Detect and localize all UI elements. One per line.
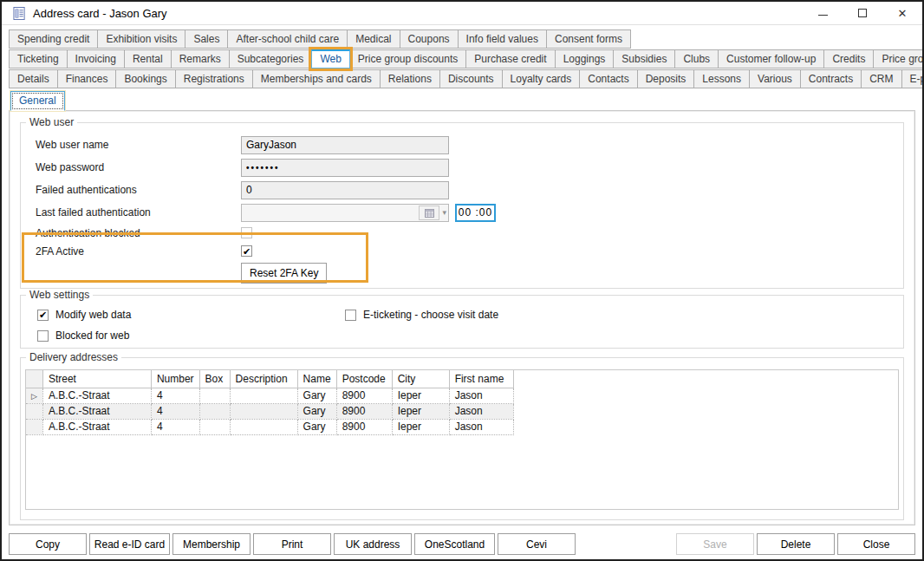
tab-general[interactable]: General	[10, 91, 65, 111]
tab-e-purse[interactable]: E-purse	[901, 69, 924, 88]
chevron-down-icon[interactable]: ▾	[442, 208, 446, 217]
tab-invoicing[interactable]: Invoicing	[67, 49, 125, 68]
tab-clubs[interactable]: Clubs	[674, 49, 719, 68]
tab-contacts[interactable]: Contacts	[579, 69, 637, 88]
web-user-name-input[interactable]	[241, 136, 449, 154]
calendar-icon[interactable]	[419, 205, 439, 220]
tab-deposits[interactable]: Deposits	[637, 69, 695, 88]
table-cell[interactable]: Jason	[449, 403, 513, 419]
row-selector-cell[interactable]	[26, 419, 42, 434]
row-selector-cell[interactable]: ▷	[26, 388, 42, 403]
last-failed-date-picker[interactable]: ▾	[241, 204, 449, 222]
tab-sales[interactable]: Sales	[185, 29, 228, 49]
table-cell[interactable]: Gary	[297, 403, 336, 419]
table-cell[interactable]: A.B.C.-Straat	[42, 403, 151, 419]
table-cell[interactable]: Jason	[449, 419, 513, 434]
table-cell[interactable]: 8900	[336, 403, 392, 419]
modify-web-data-checkbox[interactable]: ✔	[37, 310, 49, 321]
tab-lessons[interactable]: Lessons	[693, 69, 750, 88]
close-button[interactable]: Close	[837, 533, 915, 555]
table-row[interactable]: ▷A.B.C.-Straat4Gary8900IeperJason	[26, 388, 513, 403]
membership-button[interactable]: Membership	[172, 533, 251, 555]
maximize-icon[interactable]	[843, 2, 882, 24]
column-header-number[interactable]: Number	[151, 370, 199, 388]
table-cell[interactable]	[199, 419, 230, 434]
tab-exhibition-visits[interactable]: Exhibition visits	[97, 29, 185, 49]
table-cell[interactable]: 4	[151, 403, 199, 419]
column-header-description[interactable]: Description	[230, 370, 297, 388]
reset-2fa-key-button[interactable]: Reset 2FA Key	[241, 263, 327, 284]
tab-ticketing[interactable]: Ticketing	[9, 49, 68, 68]
tab-after-school-child-care[interactable]: After-school child care	[227, 29, 348, 49]
tab-various[interactable]: Various	[749, 69, 801, 88]
cevi-button[interactable]: Cevi	[498, 533, 576, 555]
table-cell[interactable]: Ieper	[392, 403, 449, 419]
tab-subsidies[interactable]: Subsidies	[613, 49, 675, 68]
table-cell[interactable]: A.B.C.-Straat	[42, 388, 151, 403]
tab-medical[interactable]: Medical	[347, 29, 400, 49]
blocked-for-web-checkbox[interactable]	[37, 330, 49, 342]
tab-registrations[interactable]: Registrations	[175, 69, 253, 88]
authentication-blocked-checkbox[interactable]	[241, 227, 252, 238]
table-cell[interactable]: Gary	[297, 388, 336, 403]
column-header-name[interactable]: Name	[297, 370, 336, 388]
table-cell[interactable]: Ieper	[392, 419, 449, 434]
last-failed-time-input[interactable]: 00 :00	[455, 204, 496, 222]
onescotland-button[interactable]: OneScotland	[414, 533, 495, 555]
e-ticketing-choose-visit-date-checkbox[interactable]	[345, 310, 356, 321]
tab-subcategories[interactable]: Subcategories	[229, 49, 313, 68]
table-cell[interactable]: A.B.C.-Straat	[42, 419, 151, 434]
tab-crm[interactable]: CRM	[861, 69, 901, 88]
table-cell[interactable]	[199, 403, 230, 419]
table-cell[interactable]	[199, 388, 230, 403]
table-cell[interactable]: Ieper	[392, 388, 449, 403]
tab-contracts[interactable]: Contracts	[800, 69, 862, 88]
table-cell[interactable]: 8900	[336, 388, 392, 403]
column-header-street[interactable]: Street	[42, 370, 151, 388]
tab-coupons[interactable]: Coupons	[400, 29, 459, 49]
column-header-box[interactable]: Box	[199, 370, 230, 388]
row-selector-cell[interactable]	[26, 403, 42, 419]
tab-relations[interactable]: Relations	[380, 69, 440, 88]
tab-customer-follow-up[interactable]: Customer follow-up	[718, 49, 824, 68]
minimize-icon[interactable]	[803, 2, 843, 24]
table-row[interactable]: A.B.C.-Straat4Gary8900IeperJason	[26, 403, 513, 419]
tab-purchase-credit[interactable]: Purchase credit	[465, 49, 555, 68]
table-cell[interactable]	[230, 388, 297, 403]
copy-button[interactable]: Copy	[9, 533, 87, 555]
tab-rental[interactable]: Rental	[124, 49, 172, 68]
table-row[interactable]: A.B.C.-Straat4Gary8900IeperJason	[26, 419, 513, 434]
column-header-city[interactable]: City	[392, 370, 449, 388]
read-e-id-card-button[interactable]: Read e-ID card	[89, 533, 170, 555]
tab-info-field-values[interactable]: Info field values	[458, 29, 547, 49]
tab-loyalty-cards[interactable]: Loyalty cards	[502, 69, 581, 88]
web-password-input[interactable]	[241, 159, 449, 177]
print-button[interactable]: Print	[253, 533, 331, 555]
tab-price-groups[interactable]: Price groups	[873, 49, 924, 68]
tab-details[interactable]: Details	[9, 69, 58, 88]
tab-bookings[interactable]: Bookings	[115, 69, 175, 88]
column-header-postcode[interactable]: Postcode	[336, 370, 392, 388]
tab-loggings[interactable]: Loggings	[555, 49, 615, 68]
table-cell[interactable]: Gary	[297, 419, 336, 434]
tab-price-group-discounts[interactable]: Price group discounts	[349, 49, 466, 68]
uk-address-button[interactable]: UK address	[334, 533, 412, 555]
tab-web[interactable]: Web	[311, 49, 349, 68]
tab-memberships-and-cards[interactable]: Memberships and cards	[252, 69, 381, 88]
delete-button[interactable]: Delete	[757, 533, 835, 555]
table-cell[interactable]: 4	[151, 419, 199, 434]
tab-consent-forms[interactable]: Consent forms	[546, 29, 631, 49]
column-header-first-name[interactable]: First name	[449, 370, 513, 388]
table-cell[interactable]	[230, 419, 297, 434]
tab-credits[interactable]: Credits	[823, 49, 874, 68]
tab-finances[interactable]: Finances	[57, 69, 117, 88]
tab-spending-credit[interactable]: Spending credit	[9, 29, 98, 49]
table-cell[interactable]: 8900	[336, 419, 392, 434]
table-cell[interactable]	[230, 403, 297, 419]
table-cell[interactable]: 4	[151, 388, 199, 403]
2fa-active-checkbox[interactable]: ✔	[241, 245, 252, 257]
table-cell[interactable]: Jason	[449, 388, 513, 403]
tab-remarks[interactable]: Remarks	[171, 49, 230, 68]
failed-authentications-input[interactable]	[241, 181, 449, 199]
close-icon[interactable]: ✕	[882, 2, 922, 24]
